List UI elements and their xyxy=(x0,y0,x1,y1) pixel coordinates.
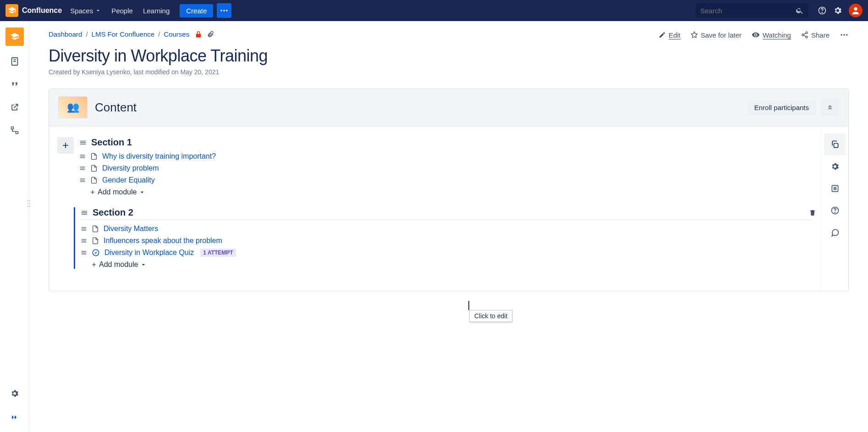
avatar-icon xyxy=(851,6,861,16)
nav-spaces-label: Spaces xyxy=(70,7,93,15)
app-logo[interactable] xyxy=(5,4,18,17)
settings-button[interactable] xyxy=(830,3,845,18)
nav-people[interactable]: People xyxy=(111,7,133,15)
grad-cap-icon xyxy=(8,6,16,15)
help-button[interactable] xyxy=(815,3,830,18)
nav-learning[interactable]: Learning xyxy=(143,7,170,15)
svg-point-4 xyxy=(822,12,823,13)
svg-point-0 xyxy=(221,10,222,11)
create-button[interactable]: Create xyxy=(180,4,213,17)
top-nav: Confluence Spaces People Learning Create xyxy=(0,0,868,21)
search-input[interactable] xyxy=(700,7,796,15)
svg-point-5 xyxy=(854,7,857,11)
chevron-down-icon xyxy=(95,7,101,14)
ellipsis-icon xyxy=(220,6,229,15)
nav-spaces[interactable]: Spaces xyxy=(70,7,101,15)
search-box[interactable] xyxy=(696,3,808,18)
search-icon xyxy=(796,6,804,15)
brand-name[interactable]: Confluence xyxy=(22,6,62,15)
gear-icon xyxy=(833,6,842,15)
more-button[interactable] xyxy=(217,3,231,18)
help-icon xyxy=(818,6,827,15)
user-avatar[interactable] xyxy=(849,4,863,17)
svg-point-2 xyxy=(226,10,227,11)
svg-point-1 xyxy=(224,10,225,11)
